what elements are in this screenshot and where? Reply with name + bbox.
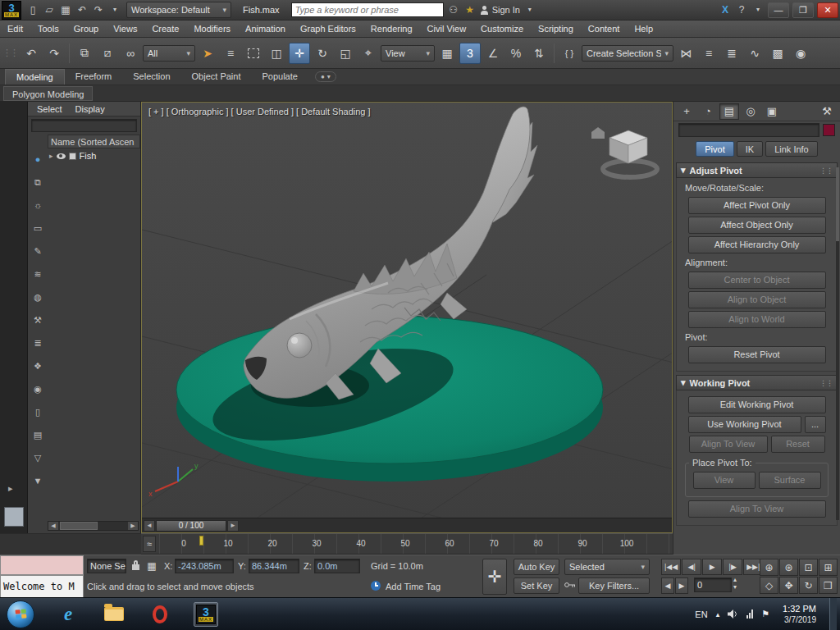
- object-name-field[interactable]: [678, 123, 819, 137]
- menu-edit[interactable]: Edit: [0, 21, 30, 38]
- workspace-combo[interactable]: Workspace: Default ▾: [126, 2, 231, 18]
- curve-editor-icon[interactable]: ∿: [744, 43, 765, 64]
- align-icon[interactable]: ≡: [698, 43, 719, 64]
- named-selection-set-combo[interactable]: Create Selection Se ▾: [582, 45, 673, 62]
- utilities-tab-icon[interactable]: ⚒: [817, 103, 837, 120]
- minimize-button[interactable]: —: [768, 2, 789, 18]
- toolbar-grip[interactable]: ⋮⋮: [2, 48, 17, 58]
- visibility-eye-icon[interactable]: [57, 153, 66, 159]
- absolute-mode-icon[interactable]: ▦: [145, 559, 158, 573]
- menu-tools[interactable]: Tools: [30, 21, 66, 38]
- ribbon-tab-freeform[interactable]: Freeform: [65, 69, 123, 84]
- affect-pivot-only-button[interactable]: Affect Pivot Only: [688, 197, 826, 214]
- edit-working-pivot-button[interactable]: Edit Working Pivot: [688, 396, 826, 413]
- explorer-tool-hidden-icon[interactable]: ◉: [31, 382, 44, 395]
- align-to-world-button[interactable]: Align to World: [688, 311, 826, 328]
- edit-named-selections-icon[interactable]: { }: [559, 43, 580, 64]
- transform-gizmo-icon[interactable]: ✛: [482, 559, 507, 595]
- snap-toggle-3d-button[interactable]: 3: [459, 43, 481, 64]
- track-bar[interactable]: ≈ 0 10 20 30 40 50 60 70 80 90 100: [141, 533, 673, 555]
- explorer-hscrollbar[interactable]: ◀ ▶: [48, 521, 139, 531]
- explorer-tool-spacewarps-icon[interactable]: ≋: [31, 267, 44, 281]
- explorer-tool-cameras-icon[interactable]: ▭: [31, 221, 44, 235]
- use-center-flyout-icon[interactable]: ▦: [436, 43, 458, 64]
- ribbon-tab-selection[interactable]: Selection: [122, 69, 180, 84]
- region-select-icon[interactable]: [243, 43, 264, 64]
- selection-filter-combo[interactable]: All ▾: [143, 45, 195, 62]
- track-bar-ruler[interactable]: 0 10 20 30 40 50 60 70 80 90 100: [159, 534, 669, 554]
- viewport[interactable]: x y [ + ] [ Orthographic ] [ User Define…: [141, 102, 673, 533]
- frame-spinner[interactable]: ▴ ▾: [733, 576, 737, 591]
- explorer-tool-bones-icon[interactable]: ⚒: [31, 313, 44, 326]
- zoom-region-icon[interactable]: ⊞: [819, 559, 838, 576]
- macro-recorder-pane[interactable]: [0, 555, 84, 575]
- layer-manager-icon[interactable]: ≣: [721, 43, 742, 64]
- reset-pivot-button[interactable]: Reset Pivot: [688, 346, 826, 363]
- menu-civil-view[interactable]: Civil View: [420, 21, 473, 38]
- undo-button[interactable]: ↶: [21, 43, 42, 64]
- ik-tab-button[interactable]: IK: [737, 141, 763, 157]
- maximize-viewport-icon[interactable]: ❒: [819, 577, 838, 594]
- start-button[interactable]: [7, 600, 34, 628]
- selected-key-set-combo[interactable]: Selected ▾: [564, 559, 650, 575]
- window-crossing-icon[interactable]: ◫: [266, 43, 287, 64]
- selection-count-field[interactable]: None Se: [87, 559, 126, 573]
- explorer-tool-groups-icon[interactable]: ◍: [31, 290, 44, 304]
- key-back-icon[interactable]: ◀: [661, 578, 674, 594]
- use-working-pivot-button[interactable]: Use Working Pivot: [688, 416, 801, 433]
- explorer-tool-filter-icon[interactable]: ▽: [31, 451, 44, 464]
- z-coord-field[interactable]: 0.0m: [314, 559, 360, 573]
- spinner-snap-icon[interactable]: ⇅: [528, 43, 550, 64]
- wp-align-to-view-button[interactable]: Align To View: [689, 436, 768, 453]
- menu-animation[interactable]: Animation: [238, 21, 293, 38]
- command-panel-scrollbar[interactable]: [836, 167, 839, 520]
- selection-lock-icon[interactable]: [131, 560, 141, 570]
- expand-node-icon[interactable]: ▸: [49, 152, 53, 160]
- field-of-view-icon[interactable]: ◇: [760, 577, 778, 594]
- explorer-tool-containers-icon[interactable]: ≣: [31, 336, 44, 349]
- explorer-tool-shapes-icon[interactable]: ▯: [31, 405, 44, 418]
- time-slider-prev-icon[interactable]: ◄: [144, 520, 155, 532]
- current-frame-field[interactable]: 0: [694, 578, 732, 592]
- ribbon-tab-modeling[interactable]: Modeling: [5, 69, 65, 84]
- key-forward-icon[interactable]: ▶: [675, 578, 688, 594]
- ribbon-panel-polygon-modeling[interactable]: Polygon Modeling: [3, 86, 93, 101]
- explorer-search-field[interactable]: [31, 119, 137, 132]
- menu-help[interactable]: Help: [627, 21, 660, 38]
- close-button[interactable]: ✕: [817, 2, 838, 18]
- place-view-button[interactable]: View: [693, 472, 756, 489]
- action-center-flag-icon[interactable]: ⚑: [761, 609, 769, 619]
- mirror-icon[interactable]: ⋈: [675, 43, 696, 64]
- link-info-tab-button[interactable]: Link Info: [765, 141, 818, 157]
- scroll-thumb[interactable]: [836, 167, 839, 241]
- sign-in-label[interactable]: Sign In: [492, 5, 520, 15]
- menu-customize[interactable]: Customize: [473, 21, 531, 38]
- zoom-all-icon[interactable]: ⊛: [779, 559, 798, 576]
- menu-rendering[interactable]: Rendering: [363, 21, 420, 38]
- motion-tab-icon[interactable]: ◎: [741, 103, 760, 120]
- pivot-tab-button[interactable]: Pivot: [696, 141, 733, 157]
- place-surface-button[interactable]: Surface: [759, 472, 821, 489]
- explorer-item-label[interactable]: Fish: [80, 151, 97, 161]
- viewport-canvas[interactable]: x y: [142, 103, 672, 518]
- menu-views[interactable]: Views: [106, 21, 144, 38]
- explorer-tool-helpers-icon[interactable]: ✎: [31, 244, 44, 258]
- orbit-icon[interactable]: ↻: [799, 577, 818, 594]
- ribbon-config-button[interactable]: ● ▾: [315, 71, 336, 82]
- speaker-icon[interactable]: [728, 609, 738, 619]
- working-pivot-header[interactable]: ▾ Working Pivot ⋮⋮: [676, 375, 838, 390]
- signin-dropdown-icon[interactable]: ▾: [523, 3, 536, 16]
- bind-spacewarp-icon[interactable]: ∞: [120, 43, 141, 64]
- language-indicator[interactable]: EN: [695, 609, 707, 619]
- help-dropdown-icon[interactable]: ▾: [751, 3, 765, 16]
- taskbar-explorer-icon[interactable]: [102, 602, 126, 627]
- select-place-button[interactable]: ⌖: [358, 43, 379, 64]
- zoom-icon[interactable]: ⊕: [760, 559, 778, 576]
- search-box[interactable]: [291, 2, 444, 17]
- undo-icon[interactable]: ↶: [74, 3, 90, 16]
- adjust-pivot-header[interactable]: ▾ Adjust Pivot ⋮⋮: [676, 162, 838, 178]
- y-coord-field[interactable]: 86.344m: [249, 559, 299, 573]
- display-tab-icon[interactable]: ▣: [762, 103, 782, 120]
- explorer-row-fish[interactable]: ▸ Fish: [48, 148, 140, 163]
- explorer-tool-frozen-icon[interactable]: ❖: [31, 359, 44, 372]
